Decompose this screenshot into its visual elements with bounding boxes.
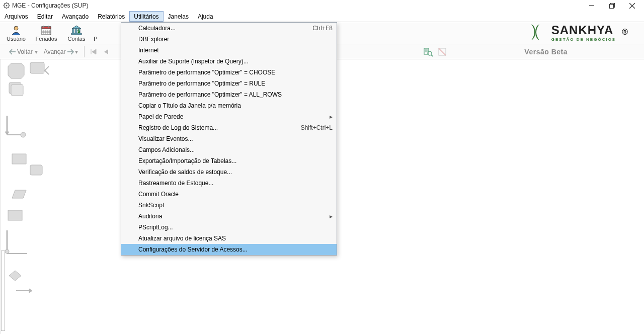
menu-item-label: Papel de Parede <box>121 113 326 120</box>
toolbar-label: Contas <box>68 36 86 42</box>
svg-rect-43 <box>30 165 42 175</box>
svg-text:$: $ <box>77 29 80 34</box>
toolbar-label: Feriados <box>36 36 57 42</box>
search-inspect-icon[interactable] <box>423 46 434 57</box>
menu-item[interactable]: Exportação/Importação de Tabelas... <box>121 155 337 166</box>
menu-item-label: Campos Adicionais... <box>121 146 333 153</box>
menu-item-label: Rastreamento de Estoque... <box>121 180 333 187</box>
chevron-right-icon: ▸ <box>326 113 333 120</box>
dropdown-caret-icon: ▾ <box>34 48 38 55</box>
toolbar-label: Usuário <box>7 36 26 42</box>
dropdown-caret-icon: ▾ <box>74 48 78 55</box>
menu-item-label: Atualizar arquivo de licença SAS <box>121 235 333 242</box>
menu-item[interactable]: Auditoria▸ <box>121 211 337 222</box>
arrow-right-icon <box>67 49 74 55</box>
menu-item[interactable]: Verificação de saldos de estoque... <box>121 166 337 178</box>
svg-rect-24 <box>43 26 44 28</box>
first-page-button[interactable] <box>89 46 100 57</box>
menu-item-shortcut: Ctrl+F8 <box>312 25 333 32</box>
svg-rect-26 <box>72 29 74 33</box>
svg-rect-17 <box>42 27 51 29</box>
menu-item-label: SnkScript <box>121 202 333 209</box>
brand-name: SANKHYA <box>551 23 616 37</box>
user-icon <box>11 25 22 36</box>
menu-item[interactable]: Parâmetro de performance "Optimizer" = A… <box>121 89 337 100</box>
menu-arquivos[interactable]: Arquivos <box>0 11 33 22</box>
svg-line-38 <box>439 48 446 55</box>
svg-rect-41 <box>11 85 23 96</box>
toolbar-partial: P <box>94 25 97 42</box>
menu-item[interactable]: Commit Oracle <box>121 189 337 200</box>
menu-item-label: Internet <box>121 47 333 54</box>
bank-icon: $ <box>71 25 82 36</box>
menu-item[interactable]: Papel de Parede▸ <box>121 111 337 122</box>
menu-janelas[interactable]: Janelas <box>164 11 193 22</box>
menu-item-label: DBExplorer <box>121 36 333 43</box>
svg-point-42 <box>21 132 26 137</box>
menu-ajuda[interactable]: Ajuda <box>193 11 218 22</box>
menu-item[interactable]: Campos Adicionais... <box>121 144 337 155</box>
maximize-button[interactable] <box>602 0 622 11</box>
menu-avancado[interactable]: Avançado <box>57 11 93 22</box>
back-label: Voltar <box>16 48 34 55</box>
svg-line-36 <box>431 55 433 56</box>
leaf-logo-icon <box>525 22 545 42</box>
titlebar: MGE - Configurações (SUP) <box>0 0 644 11</box>
menu-utilitarios[interactable]: Utilitários <box>129 11 163 22</box>
back-button[interactable]: Voltar ▾ <box>7 47 40 56</box>
arrow-left-icon <box>9 49 16 55</box>
svg-rect-27 <box>75 29 77 33</box>
menu-item-label: Configurações do Servidor de Acessos... <box>121 246 333 253</box>
toolbar-usuario[interactable]: Usuário <box>3 23 29 43</box>
toolbar-feriados[interactable]: Feriados <box>33 23 59 43</box>
menu-item[interactable]: DBExplorer <box>121 34 337 45</box>
menu-item-label: Auxiliar de Suporte (Inspetor de Query).… <box>121 58 333 65</box>
svg-point-35 <box>428 51 432 55</box>
svg-point-15 <box>14 26 18 30</box>
svg-rect-39 <box>30 62 44 73</box>
menu-item[interactable]: Parâmetro de performance "Optimizer" = C… <box>121 67 337 78</box>
forward-label: Avançar <box>43 48 67 55</box>
separator <box>84 46 85 57</box>
chevron-right-icon: ▸ <box>326 213 333 220</box>
menu-item-label: Copiar o Título da Janela p/a memória <box>121 102 333 109</box>
menu-item[interactable]: Visualizar Eventos... <box>121 133 337 144</box>
menu-relatorios[interactable]: Relatórios <box>93 11 129 22</box>
menu-item[interactable]: Auxiliar de Suporte (Inspetor de Query).… <box>121 56 337 67</box>
menu-item-label: Auditoria <box>121 213 326 220</box>
prev-page-button[interactable] <box>101 46 112 57</box>
menu-item[interactable]: Atualizar arquivo de licença SAS <box>121 233 337 244</box>
menu-item[interactable]: Copiar o Título da Janela p/a memória <box>121 100 337 111</box>
minimize-button[interactable] <box>582 0 602 11</box>
app-gear-icon <box>3 2 10 9</box>
menu-editar[interactable]: Editar <box>33 11 57 22</box>
menu-item-label: Parâmetro de performance "Optimizer" = A… <box>121 91 333 98</box>
menu-item[interactable]: Configurações do Servidor de Acessos... <box>121 244 337 255</box>
menu-item-label: Parâmetro de performance "Optimizer" = R… <box>121 80 333 87</box>
menu-item-label: Visualizar Eventos... <box>121 135 333 142</box>
svg-rect-25 <box>48 26 49 28</box>
menu-item[interactable]: Rastreamento de Estoque... <box>121 178 337 189</box>
calendar-icon <box>41 25 52 36</box>
menu-item-label: PScriptLog... <box>121 224 333 231</box>
vertical-ruler[interactable] <box>1 251 5 331</box>
menu-item[interactable]: Calculadora...Ctrl+F8 <box>121 23 337 34</box>
menu-item-label: Registro de Log do Sistema... <box>121 124 301 131</box>
toolbar-contas[interactable]: $ Contas <box>63 23 90 43</box>
workflow-stencil <box>1 59 56 334</box>
forward-button[interactable]: Avançar ▾ <box>41 47 80 56</box>
menu-item[interactable]: PScriptLog... <box>121 222 337 233</box>
menu-item[interactable]: Parâmetro de performance "Optimizer" = R… <box>121 78 337 89</box>
menu-item[interactable]: Internet <box>121 45 337 56</box>
menu-item-shortcut: Shift+Ctrl+L <box>301 124 333 131</box>
brand-tagline: GESTÃO DE NEGÓCIOS <box>551 37 616 42</box>
close-button[interactable] <box>622 0 642 11</box>
brand-logo: SANKHYA GESTÃO DE NEGÓCIOS ® <box>525 22 628 42</box>
menu-item[interactable]: SnkScript <box>121 200 337 211</box>
menu-item-label: Parâmetro de performance "Optimizer" = C… <box>121 69 333 76</box>
menu-item-label: Exportação/Importação de Tabelas... <box>121 157 333 164</box>
utilitarios-dropdown: Calculadora...Ctrl+F8DBExplorerInternetA… <box>121 22 337 256</box>
filter-icon[interactable] <box>437 46 448 57</box>
menu-item[interactable]: Registro de Log do Sistema...Shift+Ctrl+… <box>121 122 337 133</box>
menu-item-label: Calculadora... <box>121 25 312 32</box>
